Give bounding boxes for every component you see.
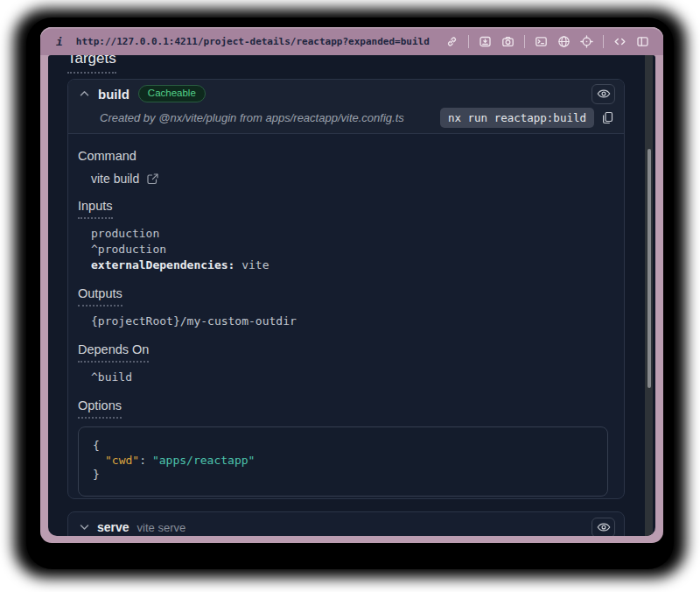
eye-icon (597, 88, 611, 99)
target-name: build (98, 87, 130, 102)
link-icon[interactable] (445, 35, 458, 48)
build-target-card: build Cacheable Created by (67, 79, 625, 499)
info-icon[interactable]: i (56, 35, 63, 48)
toolbar-divider (603, 35, 604, 48)
build-header-meta-row: Created by @nx/vite/plugin from apps/rea… (77, 108, 615, 133)
input-item: production (91, 226, 612, 242)
created-by-text: Created by @nx/vite/plugin from apps/rea… (100, 111, 404, 124)
json-key: "cwd" (105, 454, 139, 467)
build-card-body: Command vite build Input (68, 134, 624, 497)
terminal-icon[interactable] (535, 35, 548, 48)
embedded-browser-window: i http://127.0.0.1:4211/project-details/… (40, 27, 663, 543)
target-crosshair-icon[interactable] (580, 35, 593, 48)
options-section-heading: Options (78, 398, 612, 419)
import-icon[interactable] (479, 35, 492, 48)
chevron-up-icon (80, 90, 89, 97)
scrollbar-thumb[interactable] (648, 149, 651, 388)
build-header-row[interactable]: build Cacheable (77, 80, 615, 108)
json-value: "apps/reactapp" (152, 454, 255, 467)
json-cwd-line: "cwd":"apps/reactapp" (93, 454, 593, 469)
input-item: ^production (91, 242, 612, 257)
build-card-header: build Cacheable Created by (68, 80, 624, 134)
serve-header-row[interactable]: serve vite serve (68, 512, 624, 536)
url-bar[interactable]: http://127.0.0.1:4211/project-details/re… (76, 36, 430, 47)
toolbar-divider (468, 35, 469, 48)
eye-icon (597, 522, 611, 532)
inputs-list: production ^production externalDependenc… (91, 226, 612, 273)
depends-on-item: ^build (91, 370, 612, 385)
json-open-brace: { (93, 439, 593, 454)
camera-icon[interactable] (501, 35, 514, 48)
copy-icon (602, 111, 613, 124)
depends-on-section-heading: Depends On (78, 342, 612, 363)
external-link-icon[interactable] (147, 173, 158, 185)
command-section-heading: Command (78, 149, 612, 163)
copy-command-button[interactable] (602, 111, 613, 124)
browser-toolbar: i http://127.0.0.1:4211/project-details/… (40, 27, 663, 55)
scrollbar-track[interactable] (645, 55, 653, 536)
command-value-row: vite build (91, 172, 612, 186)
page-viewport: Targets build Cacheable (48, 55, 655, 536)
target-name: serve (97, 520, 130, 534)
chevron-down-icon (80, 524, 89, 531)
toolbar-divider (524, 35, 525, 48)
run-command-chip: nx run reactapp:build (440, 108, 594, 128)
toolbar-actions (445, 35, 649, 48)
outputs-list: {projectRoot}/my-custom-outdir (91, 314, 612, 329)
globe-icon[interactable] (557, 35, 570, 48)
json-colon: : (139, 454, 146, 467)
cacheable-badge: Cacheable (138, 85, 206, 103)
outputs-section-heading: Outputs (78, 286, 612, 307)
screenshot-stage: i http://127.0.0.1:4211/project-details/… (0, 0, 700, 592)
serve-target-card: serve vite serve (67, 511, 625, 536)
output-item: {projectRoot}/my-custom-outdir (91, 314, 612, 329)
options-json-block: { "cwd":"apps/reactapp" } (78, 426, 608, 497)
split-panel-icon[interactable] (636, 35, 649, 48)
serve-command-subtitle: vite serve (137, 521, 186, 534)
inputs-section-heading: Inputs (78, 199, 612, 219)
depends-on-list: ^build (91, 370, 612, 385)
input-item-external-deps: externalDependencies: vite (91, 257, 612, 273)
targets-heading: Targets (67, 55, 116, 74)
code-brackets-icon[interactable] (613, 35, 626, 48)
json-close-brace: } (93, 468, 593, 483)
command-value: vite build (91, 172, 139, 186)
view-target-button[interactable] (592, 518, 615, 537)
view-target-button[interactable] (592, 84, 615, 104)
